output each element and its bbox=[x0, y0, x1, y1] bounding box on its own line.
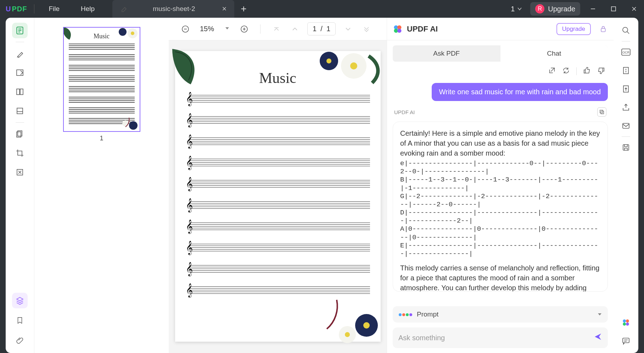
ask-input[interactable] bbox=[398, 334, 594, 342]
save-button[interactable] bbox=[618, 140, 634, 155]
canvas-area: 15% 1 / 1 bbox=[169, 18, 387, 353]
compress-button[interactable] bbox=[618, 63, 634, 78]
organize-icon bbox=[16, 88, 24, 96]
convert-icon bbox=[622, 85, 630, 93]
rail-layers-button[interactable] bbox=[12, 293, 28, 308]
page-indicator[interactable]: 1 / 1 bbox=[307, 22, 336, 35]
thumbs-up-icon[interactable] bbox=[583, 67, 591, 76]
ai-panel: UPDF AI Upgrade Ask PDF Chat bbox=[387, 18, 614, 353]
rail-sep bbox=[622, 41, 630, 41]
svg-rect-0 bbox=[611, 7, 616, 11]
upgrade-button[interactable]: R Upgrade bbox=[530, 2, 580, 16]
ai-header: UPDF AI Upgrade bbox=[387, 18, 614, 40]
ai-logo-icon bbox=[621, 318, 631, 327]
zoom-value: 15% bbox=[198, 25, 216, 33]
zoom-dropdown[interactable] bbox=[223, 26, 232, 32]
left-rail bbox=[6, 18, 34, 353]
toolbar-sep bbox=[260, 24, 261, 34]
reply-intro: Certainly! Here is a simple and emotive … bbox=[400, 128, 600, 158]
page-total: 1 bbox=[326, 25, 330, 33]
thumbs-down-icon[interactable] bbox=[597, 67, 605, 76]
paperclip-icon bbox=[16, 336, 24, 344]
tab-chat[interactable]: Chat bbox=[500, 45, 608, 62]
maximize-icon bbox=[611, 6, 616, 11]
svg-point-39 bbox=[626, 319, 629, 323]
document-tab[interactable]: music-sheet-2 × bbox=[112, 0, 234, 18]
logo-u: U bbox=[6, 5, 11, 13]
open-external-icon[interactable] bbox=[548, 67, 556, 76]
tab-eraser-icon bbox=[120, 5, 128, 13]
treble-clef-icon: 𝄞 bbox=[186, 262, 193, 276]
svg-point-27 bbox=[397, 28, 402, 33]
prev-page-button[interactable] bbox=[289, 23, 301, 35]
email-icon bbox=[622, 122, 630, 130]
minimize-icon bbox=[590, 6, 596, 12]
avatar: R bbox=[535, 4, 544, 13]
thumbnail-panel: Music 1 bbox=[34, 18, 169, 353]
ai-upgrade-button[interactable]: Upgrade bbox=[556, 23, 591, 35]
tab-close-icon[interactable]: × bbox=[220, 4, 229, 13]
comments-button[interactable] bbox=[618, 333, 634, 349]
prompt-selector[interactable]: Prompt bbox=[393, 306, 608, 323]
page-sep: / bbox=[320, 25, 323, 33]
upgrade-label: Upgrade bbox=[548, 5, 575, 13]
close-button[interactable] bbox=[626, 2, 642, 16]
minimize-button[interactable] bbox=[585, 2, 601, 16]
page-thumbnail[interactable]: Music bbox=[63, 27, 140, 132]
page-canvas[interactable]: Music 𝄞 𝄞 𝄞 𝄞 𝄞 𝄞 𝄞 𝄞 𝄞 𝄞 bbox=[169, 40, 387, 353]
search-button[interactable] bbox=[618, 23, 634, 38]
share-button[interactable] bbox=[618, 100, 634, 115]
flower-deco bbox=[323, 298, 383, 344]
copy-icon[interactable] bbox=[597, 107, 606, 117]
rail-form-button[interactable] bbox=[12, 103, 28, 119]
svg-rect-28 bbox=[601, 28, 605, 32]
tab-line-e: e|----------------|-------------0--|----… bbox=[400, 159, 600, 176]
send-button[interactable] bbox=[594, 332, 602, 343]
rail-organize-button[interactable] bbox=[12, 84, 28, 100]
menu-help[interactable]: Help bbox=[70, 5, 105, 13]
ai-launch-button[interactable] bbox=[618, 315, 634, 330]
tab-ask-pdf[interactable]: Ask PDF bbox=[393, 45, 500, 62]
new-tab-button[interactable]: + bbox=[234, 3, 253, 15]
file-count-dropdown[interactable]: 1 bbox=[508, 5, 525, 13]
lock-icon bbox=[599, 24, 608, 34]
rail-crop-button[interactable] bbox=[12, 145, 28, 161]
rail-attach-button[interactable] bbox=[12, 332, 28, 348]
last-page-button[interactable] bbox=[360, 23, 373, 35]
zoom-in-icon bbox=[240, 25, 248, 33]
rail-reader-button[interactable] bbox=[12, 23, 28, 38]
tab-line-d: D|----------------|---------------|-----… bbox=[400, 209, 600, 225]
ocr-button[interactable]: OCR bbox=[618, 44, 634, 60]
next-page-button[interactable] bbox=[342, 23, 354, 35]
rail-bookmark-button[interactable] bbox=[12, 313, 28, 328]
close-icon bbox=[631, 6, 637, 12]
titlebar: UPDF File Help music-sheet-2 × + 1 R Upg… bbox=[0, 0, 644, 18]
search-icon bbox=[622, 26, 630, 35]
zoom-in-button[interactable] bbox=[238, 23, 250, 35]
ai-label-row: UPDF AI bbox=[387, 107, 614, 119]
svg-point-9 bbox=[119, 28, 127, 36]
app-logo: UPDF bbox=[2, 5, 30, 13]
convert-button[interactable] bbox=[618, 81, 634, 97]
treble-clef-icon: 𝄞 bbox=[186, 177, 193, 191]
svg-point-41 bbox=[626, 323, 629, 326]
bookmark-icon bbox=[16, 316, 24, 324]
rail-edit-text-button[interactable] bbox=[12, 65, 28, 80]
ai-title: UPDF AI bbox=[407, 24, 552, 34]
maximize-button[interactable] bbox=[606, 2, 621, 16]
rail-pageset-button[interactable] bbox=[12, 126, 28, 142]
svg-rect-30 bbox=[600, 110, 603, 113]
email-button[interactable] bbox=[618, 118, 634, 134]
thumb-staffs bbox=[64, 40, 140, 124]
view-toolbar: 15% 1 / 1 bbox=[169, 18, 387, 40]
menu-file[interactable]: File bbox=[38, 5, 70, 13]
refresh-icon[interactable] bbox=[562, 67, 570, 76]
rail-redact-button[interactable] bbox=[12, 164, 28, 180]
zoom-out-button[interactable] bbox=[179, 23, 191, 35]
svg-point-23 bbox=[345, 332, 350, 337]
first-page-button[interactable] bbox=[270, 23, 282, 35]
ai-sender-label: UPDF AI bbox=[394, 109, 415, 115]
rail-highlight-button[interactable] bbox=[12, 46, 28, 61]
tab-title: music-sheet-2 bbox=[153, 5, 195, 13]
ai-body: Certainly! Here is a simple and emotive … bbox=[387, 119, 614, 303]
